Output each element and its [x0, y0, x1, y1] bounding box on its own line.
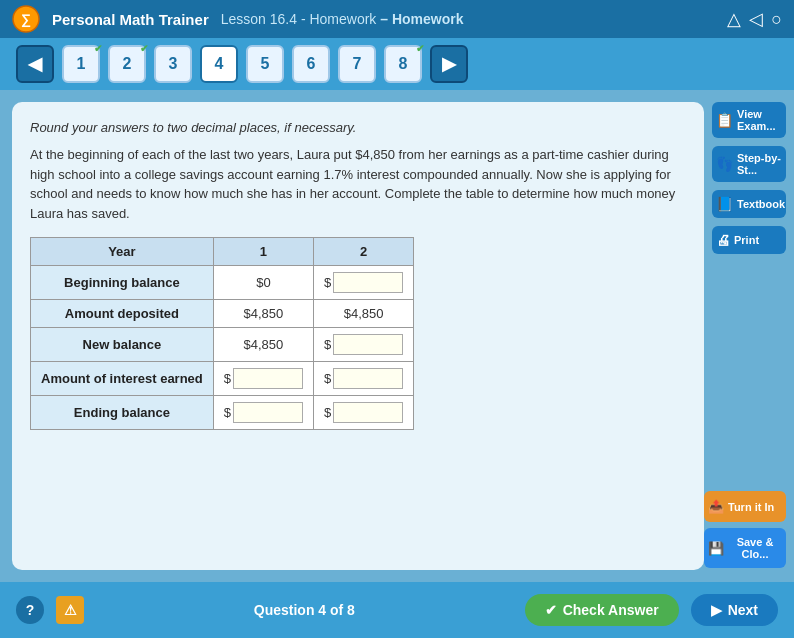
dollar-sign-eb2: $: [324, 405, 331, 420]
beginning-balance-col1: $0: [213, 266, 313, 300]
footer: ? ⚠ Question 4 of 8 ✔ Check Answer ▶ Nex…: [0, 582, 794, 638]
ending-balance-col2-cell: $: [314, 396, 414, 430]
dollar-sign-bb2: $: [324, 275, 331, 290]
print-button[interactable]: 🖨 Print: [712, 226, 786, 254]
app-title: Personal Math Trainer: [52, 11, 209, 28]
app-header: ∑ Personal Math Trainer Lesson 16.4 - Ho…: [0, 0, 794, 38]
user-icon[interactable]: ○: [771, 8, 782, 30]
ending-balance-col1-cell: $: [213, 396, 313, 430]
turn-in-label: Turn it In: [728, 501, 774, 513]
beginning-balance-col2-cell: $: [314, 266, 414, 300]
prev-button[interactable]: ◀: [16, 45, 54, 83]
beginning-balance-label: Beginning balance: [31, 266, 214, 300]
check-2-icon: ✔: [140, 43, 148, 54]
turn-in-button[interactable]: 📤 Turn it In: [704, 491, 786, 522]
beginning-balance-row: Beginning balance $0 $: [31, 266, 414, 300]
help-label: ?: [26, 602, 35, 618]
col-1-header: 1: [213, 238, 313, 266]
interest-earned-col1-cell: $: [213, 362, 313, 396]
next-label: Next: [728, 602, 758, 618]
header-icons: △ ◁ ○: [727, 8, 782, 30]
ending-balance-row: Ending balance $ $: [31, 396, 414, 430]
app-logo: ∑: [12, 5, 40, 33]
col-year-header: Year: [31, 238, 214, 266]
save-icon: 💾: [708, 541, 724, 556]
step-icon: 👣: [716, 156, 733, 172]
main-area: Round your answers to two decimal places…: [0, 90, 794, 582]
dollar-sign-eb1: $: [224, 405, 231, 420]
exam-icon: 📋: [716, 112, 733, 128]
ending-balance-col2-input[interactable]: [333, 402, 403, 423]
textbook-label: Textbook: [737, 198, 785, 210]
lesson-subtitle: Lesson 16.4 - Homework – Homework: [221, 11, 464, 27]
dollar-sign-ie2: $: [324, 371, 331, 386]
new-balance-row: New balance $4,850 $: [31, 328, 414, 362]
amount-deposited-col1: $4,850: [213, 300, 313, 328]
next-button[interactable]: ▶ Next: [691, 594, 778, 626]
settings-icon[interactable]: ◁: [749, 8, 763, 30]
alert-icon: ⚠: [64, 602, 77, 618]
new-balance-col1: $4,850: [213, 328, 313, 362]
bottom-action-buttons: 📤 Turn it In 💾 Save & Clo...: [704, 491, 786, 568]
alert-button[interactable]: ⚠: [56, 596, 84, 624]
triangle-icon[interactable]: △: [727, 8, 741, 30]
svg-text:∑: ∑: [21, 11, 31, 28]
check-8-icon: ✔: [416, 43, 424, 54]
ending-balance-label: Ending balance: [31, 396, 214, 430]
interest-earned-col1-input[interactable]: [233, 368, 303, 389]
print-icon: 🖨: [716, 232, 730, 248]
amount-deposited-row: Amount deposited $4,850 $4,850: [31, 300, 414, 328]
view-exam-label: View Exam...: [737, 108, 782, 132]
step-by-step-button[interactable]: 👣 Step-by-St...: [712, 146, 786, 182]
question-4-button[interactable]: 4: [200, 45, 238, 83]
check-1-icon: ✔: [94, 43, 102, 54]
next-icon: ▶: [711, 602, 722, 618]
textbook-button[interactable]: 📘 Textbook: [712, 190, 786, 218]
problem-text: At the beginning of each of the last two…: [30, 145, 686, 223]
interest-earned-col2-input[interactable]: [333, 368, 403, 389]
dollar-sign-nb2: $: [324, 337, 331, 352]
question-3-button[interactable]: 3: [154, 45, 192, 83]
interest-earned-col2-cell: $: [314, 362, 414, 396]
save-close-label: Save & Clo...: [728, 536, 782, 560]
new-balance-col2-cell: $: [314, 328, 414, 362]
check-answer-label: Check Answer: [563, 602, 659, 618]
check-answer-icon: ✔: [545, 602, 557, 618]
check-answer-button[interactable]: ✔ Check Answer: [525, 594, 679, 626]
new-balance-col2-input[interactable]: [333, 334, 403, 355]
save-close-button[interactable]: 💾 Save & Clo...: [704, 528, 786, 568]
amount-deposited-label: Amount deposited: [31, 300, 214, 328]
new-balance-label: New balance: [31, 328, 214, 362]
question-2-button[interactable]: 2 ✔: [108, 45, 146, 83]
savings-table: Year 1 2 Beginning balance $0 $: [30, 237, 414, 430]
next-nav-button[interactable]: ▶: [430, 45, 468, 83]
interest-earned-label: Amount of interest earned: [31, 362, 214, 396]
question-navbar: ◀ 1 ✔ 2 ✔ 3 4 5 6 7 8 ✔ ▶: [0, 38, 794, 90]
interest-earned-row: Amount of interest earned $ $: [31, 362, 414, 396]
question-6-button[interactable]: 6: [292, 45, 330, 83]
textbook-icon: 📘: [716, 196, 733, 212]
content-panel: Round your answers to two decimal places…: [12, 102, 704, 570]
view-exam-button[interactable]: 📋 View Exam...: [712, 102, 786, 138]
beginning-balance-col2-input[interactable]: [333, 272, 403, 293]
step-by-step-label: Step-by-St...: [737, 152, 782, 176]
amount-deposited-col2: $4,850: [314, 300, 414, 328]
dollar-sign-ie1: $: [224, 371, 231, 386]
instruction-text: Round your answers to two decimal places…: [30, 120, 686, 135]
question-7-button[interactable]: 7: [338, 45, 376, 83]
question-1-button[interactable]: 1 ✔: [62, 45, 100, 83]
question-5-button[interactable]: 5: [246, 45, 284, 83]
question-counter: Question 4 of 8: [96, 602, 513, 618]
print-label: Print: [734, 234, 759, 246]
question-8-button[interactable]: 8 ✔: [384, 45, 422, 83]
ending-balance-col1-input[interactable]: [233, 402, 303, 423]
turn-in-icon: 📤: [708, 499, 724, 514]
help-button[interactable]: ?: [16, 596, 44, 624]
col-2-header: 2: [314, 238, 414, 266]
